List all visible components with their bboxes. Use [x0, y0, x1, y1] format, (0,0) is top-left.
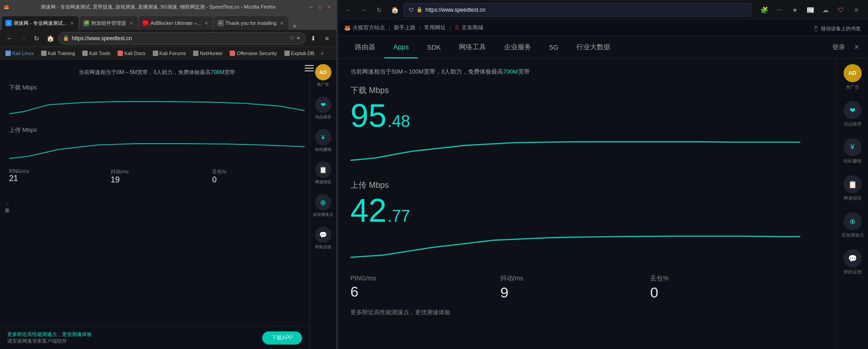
rp-earn-item[interactable]: ¥ 轻松赚钱 — [844, 138, 862, 164]
right-loss-label: 丢包% — [650, 275, 800, 283]
right-bk-common-label: 常用网址 — [424, 24, 446, 32]
back-button[interactable]: ← — [4, 33, 15, 44]
menu-sdk[interactable]: SDK — [418, 36, 450, 58]
refresh-button[interactable]: ↻ — [31, 33, 42, 44]
right-download-speed: 95 .48 — [350, 99, 800, 132]
bookmark-favicon-nethunter — [193, 51, 198, 56]
rp-feedback-label: 帮助反馈 — [844, 269, 862, 275]
left-sidebar-report[interactable]: 📋 网速报告 — [315, 162, 331, 185]
menu-bigdata[interactable]: 行业大数据 — [567, 36, 619, 58]
menu-router[interactable]: 路由器 — [346, 36, 384, 58]
url-action-icons: 🛡 ★ — [289, 35, 301, 41]
tab-label-speedtest: 测速网 - 专业网速测试... — [14, 20, 67, 27]
right-upload-big: 42 — [350, 194, 387, 227]
tab-addons[interactable]: 🧩 附加组件管理器 ✕ — [80, 16, 138, 30]
left-ping-label: PING/ms — [9, 168, 29, 174]
bookmark-star-icon[interactable]: ★ — [296, 35, 301, 41]
bookmark-favicon-training — [41, 51, 47, 56]
bookmark-favicon-offensive — [230, 51, 235, 56]
left-sidebar-recommend[interactable]: ❤ 优品推荐 — [315, 97, 331, 120]
right-bk-fox[interactable]: 🦊 火狐官方站点 — [344, 24, 385, 32]
rp-feedback-item[interactable]: 💬 帮助反馈 — [844, 249, 862, 275]
bookmark-offensive[interactable]: Offensive Security — [227, 50, 279, 57]
browser-window: 🦊 测速网 - 专业网速测试, 宽带提速, 游戏测速, 直播测速, 5G测速, … — [0, 0, 337, 349]
tab-speedtest[interactable]: S 测速网 - 专业网速测试... ✕ — [2, 16, 79, 30]
left-sidebar-measure[interactable]: ⊕ 添加测速点 — [313, 194, 333, 218]
menu-tools[interactable]: 网络工具 — [450, 36, 495, 58]
bookmark-label-forums: Kali Forums — [160, 51, 186, 56]
download-app-button[interactable]: 下载APP — [262, 331, 302, 344]
bookmark-kali-forums[interactable]: Kali Forums — [150, 50, 189, 57]
right-bookmarks-bar: 🦊 火狐官方站点 | 新手上路 | 常用网址 | 京 京东商城 📱 移动设备上的… — [337, 20, 868, 36]
left-loss-stat: 丢包% 0 — [212, 168, 305, 185]
bookmark-label-exploitdb: Exploit-DB — [291, 51, 315, 56]
left-ad-link[interactable]: 700M — [211, 69, 224, 75]
right-forward-button[interactable]: → — [358, 4, 370, 16]
right-adblocker-button[interactable]: 🛡 — [835, 4, 847, 16]
minimize-button[interactable]: ─ — [307, 3, 315, 10]
right-extensions-button[interactable]: 🧩 — [758, 4, 770, 16]
rp-report-item[interactable]: 📋 网速报告 — [844, 175, 862, 201]
login-button[interactable]: 登录 — [832, 43, 845, 51]
url-bar[interactable]: 🔒 https://www.speedtest.cn 🛡 ★ — [58, 32, 306, 45]
right-reader-button[interactable]: 📰 — [804, 4, 816, 16]
more-bookmarks-icon[interactable]: » — [321, 50, 324, 56]
menu-button[interactable]: ≡ — [321, 33, 333, 44]
maximize-button[interactable]: □ — [316, 3, 324, 10]
menu-apps[interactable]: Apps — [384, 36, 418, 58]
right-bk-common[interactable]: 常用网址 — [424, 24, 446, 32]
left-sidebar-feedback[interactable]: 💬 帮助反馈 — [315, 227, 331, 250]
bk-sep3: | — [449, 25, 451, 31]
forward-button[interactable]: → — [17, 33, 29, 44]
right-refresh-button[interactable]: ↻ — [373, 4, 386, 16]
bookmark-favicon-docs — [118, 51, 123, 56]
hamburger-menu[interactable] — [305, 65, 314, 71]
right-bk-newroad[interactable]: 新手上路 — [394, 24, 415, 32]
right-panel: ← → ↻ 🏠 🛡 🔒 https://www.speedtest.cn 🧩 ⋯… — [337, 0, 868, 349]
left-sidebar-earn[interactable]: ¥ 轻松赚钱 — [315, 129, 331, 153]
tab-close-adblocker[interactable]: ✕ — [203, 20, 209, 26]
left-sidebar: AD 免广告 ❤ 优品推荐 ¥ 轻松赚钱 📋 网速报告 ⊕ 添加测速点 💬 帮助 — [309, 60, 336, 349]
tab-close-speedtest[interactable]: ✕ — [69, 20, 75, 26]
tab-adblocker[interactable]: 🛡 AdBlocker Ultimate –... ✕ — [139, 16, 213, 30]
bookmark-nethunter[interactable]: NetHunter — [190, 50, 225, 57]
bookmark-kali-linux[interactable]: Kali Linux — [3, 50, 37, 57]
menu-enterprise[interactable]: 企业服务 — [495, 36, 540, 58]
menu-5g[interactable]: 5G — [540, 36, 567, 58]
bookmark-kali-training[interactable]: Kali Training — [38, 50, 78, 57]
window-title: 测速网 - 专业网速测试, 宽带提速, 游戏测速, 直播测速, 5G测速, 物联… — [9, 4, 307, 10]
home-button[interactable]: 🏠 — [44, 33, 56, 44]
bookmark-kali-docs[interactable]: Kali Docs — [115, 50, 148, 57]
right-ad-link[interactable]: 700M — [503, 68, 518, 75]
menu-tools-label: 网络工具 — [459, 43, 486, 51]
right-bottom-info: 更多附近高性能测速点，更优测速体验 — [350, 308, 800, 316]
downloads-button[interactable]: ⬇ — [307, 33, 319, 44]
rp-ad-item[interactable]: AD 免广告 — [844, 64, 862, 90]
right-bk-jingdong[interactable]: 京 京东商城 — [454, 24, 483, 32]
left-banner-line1: 更多附近高性能测速点，更优测速体验 — [7, 331, 92, 338]
new-tab-button[interactable]: + — [291, 23, 298, 30]
left-sidebar-ad[interactable]: AD 免广告 — [315, 64, 331, 88]
bookmark-kali-tools[interactable]: Kali Tools — [80, 50, 113, 57]
right-more-button[interactable]: ⋯ — [773, 4, 786, 16]
rp-ad-label: 免广告 — [846, 84, 859, 90]
right-download-block: 下载 Mbps 95 .48 — [350, 85, 800, 169]
left-jitter-value: 19 — [111, 175, 120, 185]
right-sync-button[interactable]: ☁ — [819, 4, 832, 16]
close-button[interactable]: × — [854, 42, 859, 52]
tab-close-addons[interactable]: ✕ — [128, 20, 134, 26]
right-url-bar[interactable]: 🛡 🔒 https://www.speedtest.cn — [404, 3, 751, 17]
rp-measure-item[interactable]: ⊕ 添加测速点 — [841, 212, 864, 238]
close-window-button[interactable]: ✕ — [326, 3, 333, 10]
right-home-button[interactable]: 🏠 — [388, 4, 401, 16]
tab-thankyou[interactable]: ✓ Thank you for installing ✕ — [214, 16, 288, 30]
bk-sep2: | — [419, 25, 420, 31]
right-back-button[interactable]: ← — [342, 4, 355, 16]
right-menu-button[interactable]: ≡ — [850, 4, 863, 16]
right-bookmark-button[interactable]: ★ — [788, 4, 801, 16]
tab-close-thankyou[interactable]: ✕ — [278, 20, 285, 26]
right-loss-stat: 丢包% 0 — [650, 275, 800, 301]
right-mobile-bookmark[interactable]: 📱 移动设备上的书签 — [813, 24, 861, 32]
rp-recommend-item[interactable]: ❤ 优品推荐 — [844, 101, 862, 127]
bookmark-exploitdb[interactable]: Exploit-DB — [282, 50, 317, 57]
